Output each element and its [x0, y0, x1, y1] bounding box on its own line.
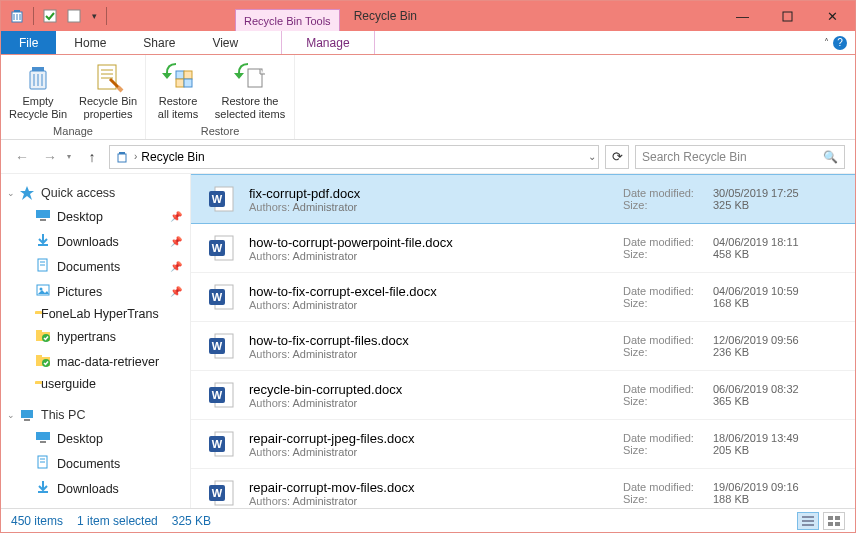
nav-back-button[interactable]: ←	[11, 146, 33, 168]
file-meta: Date modified:19/06/2019 09:16 Size:188 …	[623, 481, 843, 505]
restore-selected-items-button[interactable]: Restore the selected items	[212, 57, 288, 121]
window-controls: — ✕	[720, 1, 855, 31]
chevron-down-icon[interactable]: ⌄	[588, 151, 596, 162]
sidebar-item[interactable]: Downloads📌	[1, 229, 190, 254]
svg-rect-7	[783, 12, 792, 21]
pin-icon: 📌	[170, 286, 182, 297]
word-document-icon: W	[203, 181, 239, 217]
folder-green-icon	[35, 327, 51, 346]
file-row[interactable]: W how-to-fix-corrupt-files.docx Authors:…	[191, 322, 855, 371]
word-document-icon: W	[203, 475, 239, 508]
tab-view[interactable]: View	[194, 31, 257, 54]
file-author: Authors: Administrator	[249, 495, 599, 507]
tab-share[interactable]: Share	[125, 31, 194, 54]
help-icon[interactable]: ?	[833, 36, 847, 50]
ribbon: Empty Recycle Bin Recycle Bin properties…	[1, 55, 855, 140]
file-row[interactable]: W repair-corrupt-mov-files.docx Authors:…	[191, 469, 855, 508]
titlebar: ▾ Recycle Bin Tools Recycle Bin — ✕	[1, 1, 855, 31]
minimize-button[interactable]: —	[720, 1, 765, 31]
caret-icon[interactable]: ⌄	[7, 410, 15, 420]
svg-point-32	[40, 288, 43, 291]
breadcrumb-location[interactable]: Recycle Bin	[141, 150, 204, 164]
sidebar-item-label: Documents	[57, 260, 120, 274]
sidebar-item-label: mac-data-retriever	[57, 355, 159, 369]
sidebar[interactable]: ⌄ Quick access Desktop📌Downloads📌Documen…	[1, 174, 191, 508]
search-icon[interactable]: 🔍	[823, 150, 838, 164]
file-row[interactable]: W repair-corrupt-jpeg-files.docx Authors…	[191, 420, 855, 469]
contextual-tool-tab[interactable]: Recycle Bin Tools	[235, 9, 340, 31]
file-row[interactable]: W recycle-bin-corrupted.docx Authors: Ad…	[191, 371, 855, 420]
sidebar-item-label: Documents	[57, 457, 120, 471]
maximize-button[interactable]	[765, 1, 810, 31]
svg-rect-23	[119, 152, 125, 154]
sidebar-item[interactable]: Pictures📌	[1, 279, 190, 304]
view-details-button[interactable]	[797, 512, 819, 530]
sidebar-item-label: Downloads	[57, 235, 119, 249]
close-button[interactable]: ✕	[810, 1, 855, 31]
nav-history-dropdown[interactable]: ▾	[67, 152, 71, 161]
file-name: repair-corrupt-mov-files.docx	[249, 480, 599, 495]
recycle-bin-properties-button[interactable]: Recycle Bin properties	[77, 57, 139, 121]
file-list[interactable]: W fix-corrupt-pdf.docx Authors: Administ…	[191, 174, 855, 508]
file-author: Authors: Administrator	[249, 348, 599, 360]
sidebar-item[interactable]: FoneLab HyperTrans	[1, 304, 190, 324]
nav-forward-button[interactable]: →	[39, 146, 61, 168]
sidebar-this-pc[interactable]: This PC	[41, 408, 85, 422]
view-large-icons-button[interactable]	[823, 512, 845, 530]
sidebar-item[interactable]: mac-data-retriever	[1, 349, 190, 374]
qat-blank-icon[interactable]	[64, 6, 84, 26]
folder-green-icon	[35, 352, 51, 371]
ribbon-tabs: File Home Share View Manage ˄ ?	[1, 31, 855, 55]
sidebar-item-label: hypertrans	[57, 330, 116, 344]
sidebar-item[interactable]: Downloads	[1, 476, 190, 501]
sidebar-item[interactable]: hypertrans	[1, 324, 190, 349]
refresh-button[interactable]: ⟳	[605, 145, 629, 169]
word-document-icon: W	[203, 328, 239, 364]
empty-recycle-bin-button[interactable]: Empty Recycle Bin	[7, 57, 69, 121]
search-input[interactable]: Search Recycle Bin 🔍	[635, 145, 845, 169]
breadcrumb[interactable]: › Recycle Bin ⌄	[109, 145, 599, 169]
sidebar-item[interactable]: Desktop	[1, 426, 190, 451]
restore-all-items-button[interactable]: Restore all items	[152, 57, 204, 121]
svg-text:W: W	[212, 291, 223, 303]
sidebar-item-label: Pictures	[57, 285, 102, 299]
file-name: recycle-bin-corrupted.docx	[249, 382, 599, 397]
pin-icon: 📌	[170, 261, 182, 272]
svg-rect-1	[14, 10, 20, 12]
recycle-bin-icon[interactable]	[7, 6, 27, 26]
sidebar-quick-access[interactable]: Quick access	[41, 186, 115, 200]
file-row[interactable]: W fix-corrupt-pdf.docx Authors: Administ…	[191, 174, 855, 224]
svg-rect-13	[98, 65, 116, 89]
tab-file[interactable]: File	[1, 31, 56, 54]
sidebar-item[interactable]: Desktop📌	[1, 204, 190, 229]
window-title: Recycle Bin	[354, 9, 417, 23]
ribbon-collapse-icon[interactable]: ˄	[824, 37, 829, 48]
nav-up-button[interactable]: ↑	[81, 146, 103, 168]
svg-rect-41	[36, 432, 50, 440]
svg-rect-25	[36, 210, 50, 218]
svg-text:W: W	[212, 340, 223, 352]
sidebar-item[interactable]: Documents	[1, 451, 190, 476]
ribbon-group-restore: Restore all items Restore the selected i…	[146, 55, 295, 139]
sidebar-item[interactable]: userguide	[1, 374, 190, 394]
caret-icon[interactable]: ⌄	[7, 188, 15, 198]
explorer-window: ▾ Recycle Bin Tools Recycle Bin — ✕ File…	[0, 0, 856, 533]
word-document-icon: W	[203, 426, 239, 462]
chevron-right-icon[interactable]: ›	[134, 151, 137, 162]
tab-manage[interactable]: Manage	[281, 31, 374, 54]
file-row[interactable]: W how-to-corrupt-powerpoint-file.docx Au…	[191, 224, 855, 273]
file-author: Authors: Administrator	[249, 201, 599, 213]
file-author: Authors: Administrator	[249, 299, 599, 311]
file-meta: Date modified:18/06/2019 13:49 Size:205 …	[623, 432, 843, 456]
sidebar-item[interactable]: Documents📌	[1, 254, 190, 279]
qat-checked-icon[interactable]	[40, 6, 60, 26]
qat-dropdown-icon[interactable]: ▾	[88, 6, 100, 26]
sidebar-item-label: Desktop	[57, 432, 103, 446]
file-row[interactable]: W how-to-fix-corrupt-excel-file.docx Aut…	[191, 273, 855, 322]
svg-rect-20	[184, 79, 192, 87]
tab-home[interactable]: Home	[56, 31, 125, 54]
svg-rect-18	[184, 71, 192, 79]
svg-rect-5	[44, 10, 56, 22]
pictures-icon	[35, 282, 51, 301]
star-icon	[19, 185, 35, 201]
